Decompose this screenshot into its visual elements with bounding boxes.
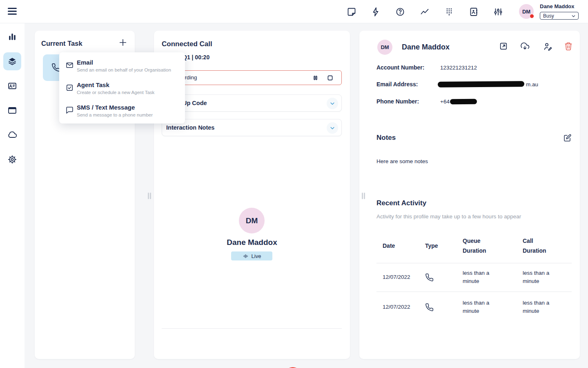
add-task-menu: Email Send an email on behalf of your Or…	[59, 52, 185, 123]
call-panel-title: Connected Call	[162, 40, 212, 48]
redaction-bar	[438, 81, 524, 87]
gear-icon	[7, 155, 17, 164]
open-external-button[interactable]	[499, 42, 508, 51]
external-link-icon	[499, 42, 508, 51]
download-profile-button[interactable]	[520, 42, 530, 51]
app-root: DM Dane Maddox Busy Current Task	[0, 0, 588, 368]
status-dot	[530, 14, 534, 18]
live-badge: Live	[231, 251, 272, 260]
top-bar: DM Dane Maddox Busy	[0, 0, 588, 23]
lightning-icon[interactable]	[371, 7, 381, 17]
cell-call-duration: less than a minute	[523, 299, 559, 315]
pause-recording-icon[interactable]	[312, 74, 319, 82]
trash-icon	[564, 42, 573, 51]
cloud-download-icon	[520, 42, 530, 51]
column-header-date: Date	[383, 241, 413, 251]
checkbox-icon	[65, 83, 74, 92]
delete-profile-button[interactable]	[564, 42, 573, 51]
cell-date: 12/07/2022	[376, 303, 419, 311]
dialpad-icon[interactable]	[444, 7, 454, 17]
sidebar-item-settings[interactable]	[3, 150, 21, 168]
layers-icon	[7, 56, 17, 66]
cell-date: 12/07/2022	[376, 273, 419, 281]
call-type-icon	[419, 273, 457, 282]
activity-chart-icon[interactable]	[420, 7, 430, 17]
note-icon[interactable]	[347, 7, 356, 17]
recent-activity-title: Recent Activity	[376, 199, 426, 207]
status-select[interactable]: Busy	[540, 12, 579, 20]
activity-table-header: Date Type Queue Duration Call Duration	[376, 233, 572, 258]
account-number-value: 123221231212	[440, 65, 477, 71]
user-name: Dane Maddox	[540, 3, 575, 9]
table-row[interactable]: 12/07/2022 less than a minute less than …	[376, 294, 572, 320]
call-contact-avatar: DM	[239, 208, 265, 233]
cell-queue-duration: less than a minute	[463, 269, 499, 285]
profile-avatar: DM	[377, 40, 392, 55]
profile-name: Dane Maddox	[402, 43, 450, 52]
stop-recording-icon[interactable]	[326, 74, 334, 82]
panel-resize-handle[interactable]	[148, 193, 151, 199]
panel-resize-handle[interactable]	[362, 193, 365, 199]
queue-timer: Q1 | 00:20	[183, 54, 209, 61]
contact-card-icon	[7, 81, 17, 91]
column-header-queue-duration: Queue Duration	[463, 236, 493, 256]
phone-number-label: Phone Number:	[376, 98, 419, 105]
left-sidebar	[0, 23, 24, 368]
chevron-down-icon[interactable]	[327, 98, 338, 109]
sidebar-item-cloud[interactable]	[3, 126, 21, 144]
notes-title: Notes	[376, 134, 396, 142]
customer-profile-panel: DM Dane Maddox Account Number: 123221231…	[359, 31, 580, 359]
plus-icon	[118, 38, 127, 47]
table-divider	[376, 263, 572, 263]
envelope-icon	[65, 61, 74, 70]
menu-item-sms[interactable]: SMS / Text Message Send a message to a p…	[59, 103, 185, 124]
column-header-type: Type	[425, 241, 455, 251]
call-type-icon	[419, 303, 457, 312]
menu-item-agent-task[interactable]: Agent Task Create or schedule a new Agen…	[59, 81, 185, 102]
phone-number-prefix: +64	[440, 99, 450, 105]
recent-activity-subtitle: Activity for this profile may take up to…	[376, 213, 521, 220]
call-contact-name: Dane Maddox	[154, 238, 350, 247]
sidebar-item-stats[interactable]	[3, 28, 21, 46]
waveform-icon	[243, 253, 249, 259]
edit-square-icon	[563, 134, 572, 142]
cell-call-duration: less than a minute	[523, 269, 559, 285]
interaction-notes-section[interactable]: Interaction Notes	[162, 119, 342, 136]
wrap-up-code-section[interactable]: Wrap Up Code	[162, 94, 342, 112]
controls-divider	[162, 328, 342, 329]
notes-body: Here are some notes	[376, 158, 428, 164]
live-label: Live	[252, 253, 261, 259]
panel-title: Current Task	[41, 40, 82, 47]
cell-queue-duration: less than a minute	[463, 299, 499, 315]
column-header-call-duration: Call Duration	[523, 236, 553, 256]
contacts-book-icon[interactable]	[469, 7, 479, 17]
speech-bubble-icon	[65, 106, 74, 114]
chevron-down-icon[interactable]	[327, 122, 338, 134]
sidebar-item-queues[interactable]	[3, 52, 21, 70]
menu-item-email[interactable]: Email Send an email on behalf of your Or…	[59, 58, 185, 79]
help-icon[interactable]	[395, 7, 405, 17]
sidebar-item-contacts[interactable]	[3, 77, 21, 95]
chevron-down-icon	[571, 14, 576, 18]
edit-notes-button[interactable]	[563, 134, 572, 142]
edit-profile-button[interactable]	[543, 42, 552, 51]
account-number-label: Account Number:	[376, 64, 424, 71]
section-label: Interaction Notes	[166, 124, 214, 131]
table-row[interactable]: 12/07/2022 less than a minute less than …	[376, 265, 572, 290]
recording-bar: Recording	[162, 70, 342, 85]
email-address-suffix: m.au	[526, 81, 538, 88]
stats-icon	[7, 32, 17, 42]
sidebar-item-browser[interactable]	[3, 101, 21, 119]
person-edit-icon	[543, 42, 552, 51]
browser-window-icon	[7, 105, 17, 115]
email-address-label: Email Address:	[376, 81, 418, 88]
add-task-button[interactable]	[117, 36, 129, 49]
hamburger-menu-icon[interactable]	[8, 8, 18, 18]
sliders-icon[interactable]	[493, 7, 503, 17]
cloud-icon	[7, 130, 17, 140]
table-divider	[376, 292, 572, 292]
redaction-bar	[450, 99, 477, 104]
